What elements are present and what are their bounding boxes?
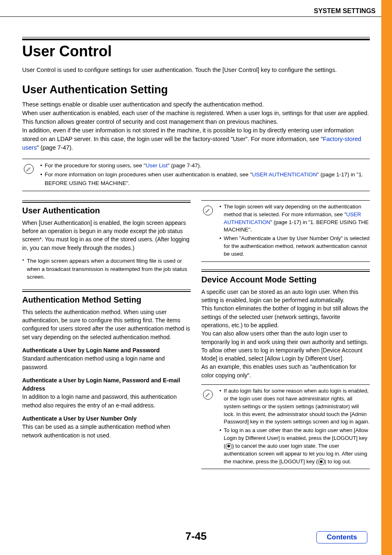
body-text: When [User Authentication] is enabled, t… — [22, 219, 191, 252]
link-user-auth-1[interactable]: USER AUTHENTICATION — [252, 171, 317, 178]
body-text: A specific user can be stored as an auto… — [201, 288, 370, 305]
link-user-list[interactable]: User List — [145, 162, 167, 169]
body-text: This selects the authentication method. … — [22, 308, 191, 341]
logout-key-icon: ✱ — [318, 458, 325, 465]
note-icon — [24, 164, 34, 174]
method-2: Authenticate a User by Login Name, Passw… — [22, 376, 191, 409]
body-text: You can also allow users other than the … — [201, 329, 370, 363]
logout-key-icon: ✱ — [226, 443, 232, 450]
note-box-1: •For the procedure for storing users, se… — [22, 159, 370, 191]
subhead-auth-method: Authentication Method Setting — [22, 295, 191, 305]
page-content: User Control User Control is used to con… — [22, 37, 370, 476]
page-title: User Control — [22, 43, 370, 60]
note-box-2: •The login screen will vary depending on… — [201, 200, 370, 262]
contents-button[interactable]: Contents — [316, 531, 367, 543]
method-3: Authenticate a User by User Number Only … — [22, 414, 191, 439]
header-section: SYSTEM SETTINGS — [314, 7, 376, 15]
intro-text: User Control is used to configure settin… — [22, 66, 370, 74]
left-column: User Authentication When [User Authentic… — [22, 200, 191, 477]
header-rule — [0, 16, 381, 17]
section-paragraph: These settings enable or disable user au… — [22, 100, 370, 152]
method-1: Authenticate a User by Login Name and Pa… — [22, 346, 191, 371]
note-icon — [203, 206, 213, 215]
body-text: As an example, this enables uses such as… — [201, 363, 370, 379]
section-heading: User Authentication Setting — [22, 83, 370, 96]
subhead-device-account: Device Account Mode Setting — [201, 275, 370, 284]
right-column: •The login screen will vary depending on… — [201, 200, 370, 477]
subhead-user-auth: User Authentication — [22, 206, 191, 215]
note-icon — [203, 390, 213, 400]
note-box-3: •If auto login fails for some reason whe… — [201, 384, 370, 469]
side-tab — [381, 0, 392, 555]
footnote: *The login screen appears when a documen… — [22, 257, 191, 281]
body-text: This function eliminates the bother of l… — [201, 304, 370, 329]
